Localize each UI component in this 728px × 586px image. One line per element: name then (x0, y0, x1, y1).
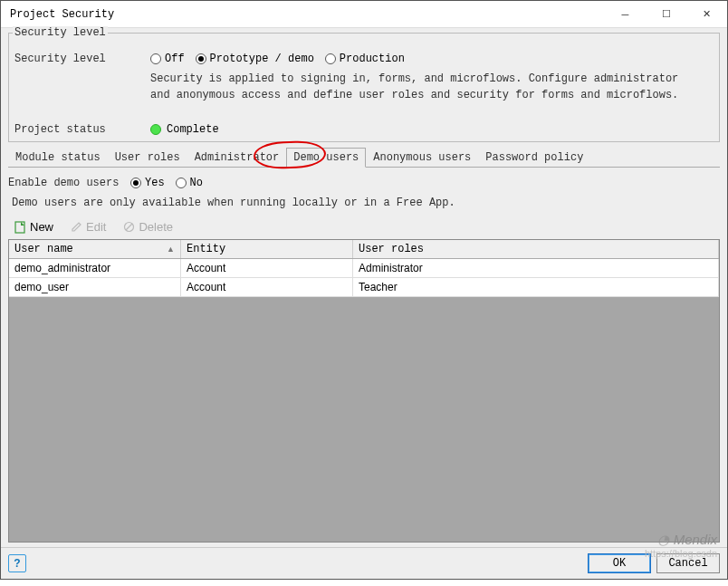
cell-roles: Teacher (353, 278, 719, 296)
cell-username: demo_user (9, 278, 181, 296)
tab-user-roles[interactable]: User roles (108, 148, 187, 167)
sort-asc-icon: ▲ (167, 245, 175, 254)
svg-line-2 (126, 224, 132, 230)
new-button[interactable]: New (10, 218, 57, 235)
group-legend: Security level (13, 26, 108, 39)
window-controls: ─ ☐ ✕ (605, 1, 727, 27)
ok-button[interactable]: OK (588, 553, 651, 573)
tab-anonymous-users[interactable]: Anonymous users (366, 148, 478, 167)
maximize-button[interactable]: ☐ (646, 1, 686, 27)
enable-demo-users-label: Enable demo users (8, 177, 130, 189)
window-title: Project Security (10, 8, 114, 21)
status-complete-icon (150, 124, 161, 135)
demo-users-note: Demo users are only available when runni… (12, 197, 716, 209)
pencil-icon (70, 221, 82, 234)
dialog-footer: ? OK Cancel (1, 547, 727, 579)
security-level-radios: Off Prototype / demo Production (150, 53, 412, 65)
radio-enable-no[interactable]: No (176, 177, 203, 189)
radio-enable-yes[interactable]: Yes (130, 177, 165, 189)
svg-rect-0 (15, 222, 24, 233)
enable-demo-radios: Yes No (130, 177, 210, 189)
delete-button[interactable]: Delete (119, 218, 177, 235)
grid-header: User name▲ Entity User roles (9, 240, 719, 259)
radio-off[interactable]: Off (150, 53, 185, 65)
col-header-entity[interactable]: Entity (181, 240, 353, 258)
grid-toolbar: New Edit Delete (8, 215, 720, 239)
titlebar: Project Security ─ ☐ ✕ (1, 1, 727, 28)
radio-icon (325, 53, 336, 64)
help-button[interactable]: ? (8, 554, 26, 572)
project-status-row: Project status Complete (14, 123, 714, 136)
cell-roles: Administrator (353, 259, 719, 277)
table-row[interactable]: demo_user Account Teacher (9, 278, 719, 297)
radio-icon (150, 53, 161, 64)
cell-entity: Account (181, 259, 353, 277)
project-status-value: Complete (150, 123, 219, 136)
radio-icon (130, 178, 141, 188)
tab-module-status[interactable]: Module status (8, 148, 108, 167)
tab-content-demo-users: Enable demo users Yes No Demo users are … (8, 168, 720, 543)
enable-demo-users-row: Enable demo users Yes No (8, 177, 720, 189)
cell-username: demo_administrator (9, 259, 181, 277)
col-header-roles[interactable]: User roles (353, 240, 719, 258)
dialog-content: Security level Security level Off Protot… (1, 28, 727, 547)
cell-entity: Account (181, 278, 353, 296)
security-level-group: Security level Security level Off Protot… (8, 33, 720, 142)
tab-administrator[interactable]: Administrator (187, 148, 287, 167)
new-icon (14, 221, 26, 234)
dialog-window: Project Security ─ ☐ ✕ Security level Se… (0, 0, 728, 580)
edit-button[interactable]: Edit (66, 218, 110, 235)
tab-bar: Module status User roles Administrator D… (8, 148, 720, 168)
radio-prototype-demo[interactable]: Prototype / demo (196, 53, 314, 65)
tab-password-policy[interactable]: Password policy (478, 148, 590, 167)
footer-buttons: OK Cancel (588, 553, 720, 573)
col-header-username[interactable]: User name▲ (9, 240, 181, 258)
table-row[interactable]: demo_administrator Account Administrator (9, 259, 719, 278)
security-level-label: Security level (14, 53, 150, 65)
security-level-row: Security level Off Prototype / demo Prod… (14, 53, 714, 65)
tab-demo-users[interactable]: Demo users (286, 148, 366, 168)
minimize-button[interactable]: ─ (605, 1, 646, 27)
radio-icon (176, 178, 187, 188)
close-button[interactable]: ✕ (686, 1, 727, 27)
delete-icon (122, 221, 135, 234)
cancel-button[interactable]: Cancel (656, 553, 720, 573)
users-grid: User name▲ Entity User roles demo_admini… (8, 239, 720, 543)
security-level-description: Security is applied to signing in, forms… (150, 71, 703, 103)
project-status-label: Project status (14, 123, 150, 136)
radio-icon (196, 53, 206, 64)
radio-production[interactable]: Production (325, 53, 405, 65)
